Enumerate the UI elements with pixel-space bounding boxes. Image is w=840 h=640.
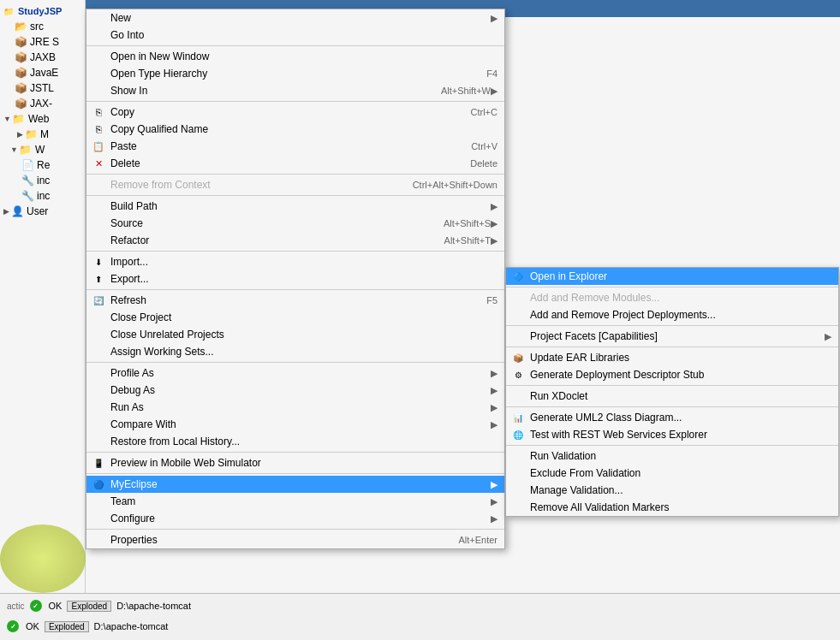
menu-refresh[interactable]: 🔄 Refresh F5 [86,292,504,309]
debug-as-arrow-icon: ▶ [491,385,497,396]
menu-run-as[interactable]: Run As ▶ [86,399,504,416]
menu-go-into-label: Go Into [110,29,497,41]
menu-open-type-hierarchy[interactable]: Open Type Hierarchy F4 [86,65,504,82]
inc2-icon: 🔧 [21,189,34,203]
explorer-icon: 🔷 [511,270,525,283]
myeclipse-arrow-icon: ▶ [491,479,497,490]
menu-myeclipse[interactable]: 🔵 MyEclipse ▶ [86,476,504,493]
configure-arrow-icon: ▶ [491,513,497,524]
menu-assign-working-sets[interactable]: Assign Working Sets... [86,343,504,360]
tree-item-studyjsp[interactable]: StudyJSP [0,3,85,19]
menu-team[interactable]: Team ▶ [86,493,504,510]
submenu-add-remove-modules[interactable]: Add and Remove Modules... [506,289,838,306]
submenu-manage-validation[interactable]: Manage Validation... [506,482,838,499]
submenu-project-facets[interactable]: Project Facets [Capabilities] ▶ [506,328,838,345]
menu-refresh-shortcut: F5 [486,295,497,305]
menu-compare-with[interactable]: Compare With ▶ [86,416,504,433]
submenu-remove-validation-markers[interactable]: Remove All Validation Markers [506,499,838,516]
menu-assign-working-sets-label: Assign Working Sets... [110,346,497,358]
menu-paste[interactable]: 📋 Paste Ctrl+V [86,138,504,155]
menu-source-shortcut: Alt+Shift+S [444,218,491,228]
menu-new[interactable]: New ▶ [86,9,504,27]
menu-close-unrelated[interactable]: Close Unrelated Projects [86,326,504,343]
menu-profile-as[interactable]: Profile As ▶ [86,364,504,382]
menu-close-project[interactable]: Close Project [86,309,504,326]
menu-copy-qualified[interactable]: ⎘ Copy Qualified Name [86,121,504,138]
tree-item-jaxb[interactable]: 📦 JAXB [0,50,85,65]
sub-separator-1 [506,287,838,287]
menu-configure-label: Configure [110,513,491,524]
tree-item-javae[interactable]: 📦 JavaE [0,65,85,80]
menu-properties[interactable]: Properties Alt+Enter [86,531,504,548]
menu-remove-context[interactable]: Remove from Context Ctrl+Alt+Shift+Down [86,176,504,193]
submenu-run-xdoclet[interactable]: Run XDoclet [506,388,838,405]
submenu-update-ear[interactable]: 📦 Update EAR Libraries [506,349,838,366]
tree-item-jre[interactable]: 📦 JRE S [0,34,85,50]
submenu-test-rest[interactable]: 🌐 Test with REST Web Services Explorer [506,426,838,443]
separator-6 [86,289,504,290]
sub-separator-2 [506,325,838,326]
tree-label: JavaE [30,67,58,79]
menu-configure[interactable]: Configure ▶ [86,510,504,527]
compare-with-arrow-icon: ▶ [491,419,497,430]
menu-import[interactable]: ⬇ Import... [86,253,504,270]
source-arrow-icon: ▶ [491,218,497,229]
menu-source[interactable]: Source Alt+Shift+S ▶ [86,215,504,232]
menu-open-new-window[interactable]: Open in New Window [86,48,504,65]
tree-label: JRE S [30,36,59,48]
context-menu: New ▶ Go Into Open in New Window Open Ty… [86,9,505,549]
tree-item-re[interactable]: 📄 Re [0,157,85,173]
menu-refactor-shortcut: Alt+Shift+T [444,235,491,246]
menu-debug-as[interactable]: Debug As ▶ [86,382,504,399]
build-path-arrow-icon: ▶ [491,201,497,212]
submenu-add-remove-deployments-label: Add and Remove Project Deployments... [530,309,716,321]
bottom-row-2: ✓ OK Exploded D:\apache-tomcat [3,616,837,637]
tree-item-w[interactable]: ▼ 📁 W [0,142,85,157]
myeclipse-submenu: 🔷 Open in Explorer Add and Remove Module… [505,267,839,517]
menu-copy[interactable]: ⎘ Copy Ctrl+C [86,104,504,121]
menu-import-label: Import... [110,256,497,268]
menu-build-path[interactable]: Build Path ▶ [86,198,504,215]
submenu-add-remove-deployments[interactable]: Add and Remove Project Deployments... [506,306,838,323]
separator-1 [86,45,504,46]
tree-item-inc2[interactable]: 🔧 inc [0,188,85,204]
menu-paste-label: Paste [110,140,471,152]
menu-preview-mobile-label: Preview in Mobile Web Simulator [110,457,497,469]
menu-copy-qualified-label: Copy Qualified Name [110,123,497,135]
menu-go-into[interactable]: Go Into [86,27,504,44]
tree-item-jstl[interactable]: 📦 JSTL [0,80,85,96]
separator-2 [86,101,504,102]
tree-item-jax[interactable]: 📦 JAX- [0,96,85,111]
inc1-icon: 🔧 [21,174,34,187]
menu-preview-mobile[interactable]: 📱 Preview in Mobile Web Simulator [86,454,504,471]
submenu-generate-uml[interactable]: 📊 Generate UML2 Class Diagram... [506,409,838,426]
tree-item-inc1[interactable]: 🔧 inc [0,173,85,188]
menu-show-in[interactable]: Show In Alt+Shift+W ▶ [86,82,504,99]
submenu-generate-uml-label: Generate UML2 Class Diagram... [530,412,682,424]
tree-item-m[interactable]: ▶ 📁 M [0,127,85,142]
jax-icon: 📦 [14,97,27,110]
menu-delete[interactable]: ✕ Delete Delete [86,155,504,172]
tree-label: JAX- [30,98,52,110]
submenu-generate-descriptor[interactable]: ⚙ Generate Deployment Descriptor Stub [506,366,838,383]
lemon-image [0,524,86,593]
menu-open-type-hierarchy-shortcut: F4 [486,68,497,79]
sub-separator-3 [506,347,838,347]
tree-item-web[interactable]: ▼ 📁 Web [0,111,85,127]
menu-restore-local[interactable]: Restore from Local History... [86,433,504,450]
sub-separator-4 [506,385,838,386]
menu-copy-shortcut: Ctrl+C [471,107,497,117]
submenu-open-explorer[interactable]: 🔷 Open in Explorer [506,268,838,285]
menu-export[interactable]: ⬆ Export... [86,270,504,287]
submenu-run-validation[interactable]: Run Validation [506,447,838,465]
tree-item-src[interactable]: 📂 src [0,19,85,34]
tree-item-user[interactable]: ▶ 👤 User [0,204,85,219]
separator-10 [86,529,504,530]
menu-properties-label: Properties [110,534,458,546]
submenu-run-xdoclet-label: Run XDoclet [530,390,587,402]
submenu-add-remove-modules-label: Add and Remove Modules... [530,292,659,304]
menu-build-path-label: Build Path [110,200,491,212]
submenu-exclude-validation[interactable]: Exclude From Validation [506,465,838,482]
uml-icon: 📊 [511,411,525,424]
menu-refactor[interactable]: Refactor Alt+Shift+T ▶ [86,232,504,249]
